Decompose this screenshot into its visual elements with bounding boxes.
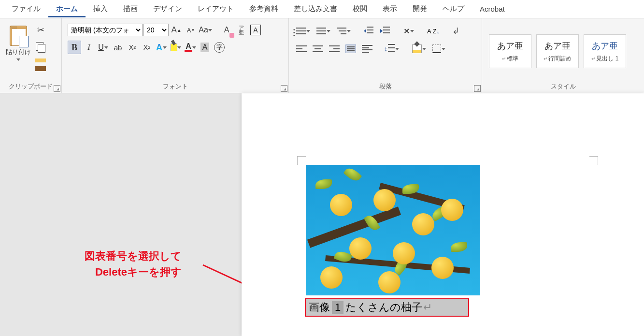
- dialog-launcher-paragraph[interactable]: [474, 85, 481, 92]
- chevron-down-icon: [16, 58, 21, 61]
- numbering-button[interactable]: [315, 25, 332, 37]
- caption-label-text: 画像: [309, 300, 330, 315]
- phonetic-guide-button[interactable]: ア亜: [234, 23, 248, 37]
- multilevel-button[interactable]: [335, 25, 353, 37]
- paste-icon: [10, 26, 27, 46]
- textdir-icon: ✕: [403, 27, 410, 36]
- annotation-line1: 図表番号を選択して: [85, 250, 182, 262]
- increase-indent-button[interactable]: [379, 25, 392, 37]
- copy-icon: [36, 42, 45, 52]
- document-area: 図表番号を選択して Deleteキーを押す 画像 1 たくさんの柚子 ↵: [0, 93, 644, 336]
- decrease-indent-button[interactable]: [362, 25, 376, 37]
- menu-review[interactable]: 校閲: [345, 0, 375, 17]
- shading-icon: [412, 44, 422, 53]
- align-distribute-button[interactable]: [360, 43, 374, 55]
- grow-font-button[interactable]: A▲: [170, 23, 183, 37]
- group-label-paragraph: 段落: [293, 81, 478, 91]
- menu-mailings[interactable]: 差し込み文書: [286, 0, 345, 17]
- enclose-char-button[interactable]: A: [249, 23, 262, 37]
- group-label-font: フォント: [66, 81, 285, 91]
- align-justify-button[interactable]: [344, 43, 358, 55]
- font-size-select[interactable]: 20: [143, 24, 169, 36]
- pilcrow-icon: ↲: [452, 26, 459, 36]
- copy-button[interactable]: [34, 41, 47, 53]
- format-painter-button[interactable]: [34, 57, 47, 73]
- menu-acrobat[interactable]: Acrobat: [472, 1, 513, 17]
- italic-button[interactable]: I: [82, 41, 96, 54]
- char-shading-button[interactable]: A: [198, 41, 212, 54]
- bold-button[interactable]: B: [68, 41, 81, 54]
- group-font: 游明朝 (本文のフォ 20 A▲ A▼ Aa A ア亜 A B I U ab X…: [62, 18, 289, 93]
- numbering-icon: [316, 27, 326, 35]
- style-nospacing[interactable]: あア亜 行間詰め: [536, 34, 579, 68]
- caption-field[interactable]: 画像 1 たくさんの柚子 ↵: [305, 298, 469, 317]
- menu-home[interactable]: ホーム: [48, 0, 86, 17]
- style-preview: あア亜: [497, 40, 523, 52]
- document-page[interactable]: 画像 1 たくさんの柚子 ↵: [242, 93, 644, 336]
- align-right-button[interactable]: [328, 43, 341, 55]
- style-normal[interactable]: あア亜 標準: [489, 34, 531, 68]
- clear-format-button[interactable]: A: [220, 23, 233, 37]
- borders-button[interactable]: [431, 43, 447, 55]
- group-styles: あア亜 標準 あア亜 行間詰め あア亜 見出し 1 スタイル: [482, 18, 644, 93]
- menu-references[interactable]: 参考資料: [242, 0, 286, 17]
- align-left-button[interactable]: [295, 43, 308, 55]
- line-spacing-button[interactable]: [384, 43, 401, 55]
- menu-insert[interactable]: 挿入: [86, 0, 115, 17]
- menu-bar: ファイル ホーム 挿入 描画 デザイン レイアウト 参考資料 差し込み文書 校閲…: [0, 0, 644, 18]
- menu-developer[interactable]: 開発: [405, 0, 435, 17]
- menu-design[interactable]: デザイン: [145, 0, 190, 17]
- inserted-image[interactable]: [306, 165, 480, 295]
- strike-button[interactable]: ab: [111, 41, 125, 54]
- align-center-button[interactable]: [311, 43, 325, 55]
- bullets-icon: [296, 27, 306, 35]
- show-marks-button[interactable]: ↲: [451, 24, 461, 38]
- underline-button[interactable]: U: [97, 41, 110, 54]
- enclose-circle-button[interactable]: 字: [213, 41, 226, 54]
- group-clipboard: 貼り付け ✂ クリップボード: [0, 18, 62, 93]
- annotation-callout: 図表番号を選択して Deleteキーを押す: [85, 248, 182, 280]
- caption-number: 1: [332, 301, 343, 314]
- group-label-clipboard: クリップボード: [4, 81, 57, 91]
- ruby-icon: ア亜: [239, 25, 244, 35]
- menu-view[interactable]: 表示: [375, 0, 405, 17]
- chevron-down-icon: [192, 46, 196, 49]
- change-case-button[interactable]: Aa: [199, 23, 212, 37]
- align-left-icon: [296, 44, 307, 53]
- circle-icon: 字: [214, 42, 225, 53]
- multilevel-icon: [337, 27, 346, 35]
- indent-right-icon: [380, 27, 391, 35]
- group-paragraph: ✕ A Z ↲ 段落: [289, 18, 482, 93]
- margin-corner: [589, 156, 598, 165]
- style-name: 見出し 1: [591, 55, 619, 63]
- chevron-down-icon: [208, 29, 212, 31]
- align-center-icon: [313, 44, 323, 53]
- box-icon: A: [250, 25, 261, 35]
- font-name-select[interactable]: 游明朝 (本文のフォ: [68, 24, 143, 36]
- bullets-button[interactable]: [295, 25, 312, 37]
- linespace-icon: [385, 44, 395, 54]
- chevron-down-icon: [162, 46, 167, 49]
- shading-button[interactable]: [411, 43, 428, 55]
- paste-button[interactable]: 貼り付け: [4, 21, 33, 65]
- highlight-button[interactable]: [169, 41, 183, 54]
- shrink-font-button[interactable]: A▼: [184, 23, 198, 37]
- cut-button[interactable]: ✂: [36, 23, 46, 37]
- menu-draw[interactable]: 描画: [115, 0, 145, 17]
- dialog-launcher-clipboard[interactable]: [54, 85, 60, 92]
- subscript-button[interactable]: X2: [126, 41, 139, 54]
- text-effects-button[interactable]: A: [155, 41, 168, 54]
- style-heading1[interactable]: あア亜 見出し 1: [584, 34, 626, 68]
- font-color-button[interactable]: A: [184, 41, 197, 54]
- dialog-launcher-font[interactable]: [281, 85, 287, 92]
- style-name: 行間詰め: [544, 55, 572, 63]
- text-direction-button[interactable]: ✕: [402, 25, 416, 37]
- border-icon: [432, 44, 441, 53]
- indent-left-icon: [364, 27, 374, 35]
- menu-file[interactable]: ファイル: [4, 0, 48, 17]
- menu-layout[interactable]: レイアウト: [190, 0, 242, 17]
- sort-button[interactable]: A Z: [426, 27, 441, 35]
- highlight-icon: [171, 44, 177, 51]
- superscript-button[interactable]: X2: [140, 41, 154, 54]
- menu-help[interactable]: ヘルプ: [435, 0, 472, 17]
